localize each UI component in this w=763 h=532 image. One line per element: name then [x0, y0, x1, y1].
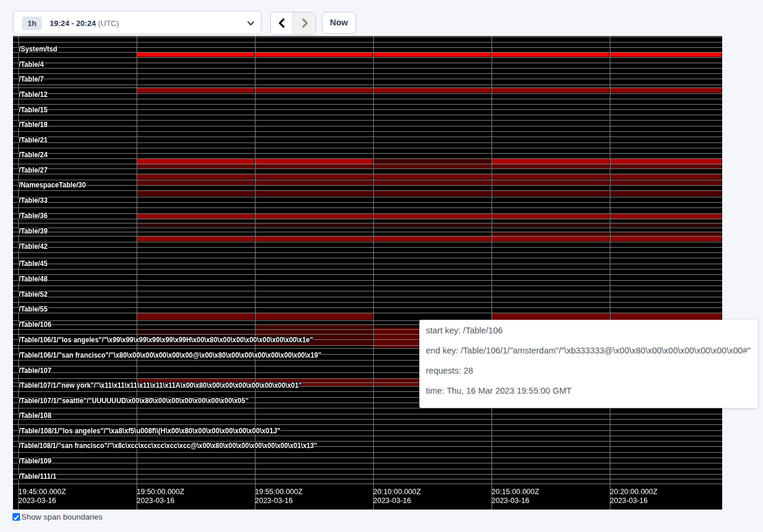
svg-text:/Table/107/1/"new york"/"\x11\: /Table/107/1/"new york"/"\x11\x11\x11\x1…: [19, 381, 302, 390]
svg-text:/Table/55: /Table/55: [19, 305, 48, 313]
svg-text:/Table/106/1/"san francisco"/": /Table/106/1/"san francisco"/"\x80\x00\x…: [19, 351, 322, 359]
svg-text:/System/tsd: /System/tsd: [19, 45, 57, 53]
svg-text:/NamespaceTable/30: /NamespaceTable/30: [19, 181, 86, 189]
svg-text:/Table/21: /Table/21: [19, 135, 48, 144]
svg-text:/Table/36: /Table/36: [19, 212, 48, 220]
svg-text:/Table/106: /Table/106: [19, 320, 52, 329]
svg-text:20:10:00.000Z: 20:10:00.000Z: [373, 488, 421, 496]
svg-text:2023-03-16: 2023-03-16: [373, 497, 411, 505]
svg-text:/Table/106/1/"los angeles"/"\x: /Table/106/1/"los angeles"/"\x99\x99\x99…: [19, 336, 313, 344]
svg-text:2023-03-16: 2023-03-16: [492, 497, 529, 505]
svg-text:/Table/45: /Table/45: [19, 259, 48, 268]
svg-text:/Table/111/1: /Table/111/1: [19, 472, 57, 480]
svg-text:/Table/108/1/"los angeles"/"\x: /Table/108/1/"los angeles"/"\xa8\xf5\u00…: [19, 427, 280, 435]
svg-text:/Table/52: /Table/52: [19, 290, 48, 298]
svg-text:/Table/24: /Table/24: [19, 151, 48, 159]
svg-text:2023-03-16: 2023-03-16: [610, 497, 648, 505]
svg-text:/Table/27: /Table/27: [19, 166, 48, 174]
svg-text:/Table/18: /Table/18: [19, 121, 48, 129]
svg-text:/Table/7: /Table/7: [19, 75, 44, 83]
svg-text:19:50:00.000Z: 19:50:00.000Z: [137, 488, 185, 496]
svg-text:/Table/107/1/"seattle"/"UUUUUU: /Table/107/1/"seattle"/"UUUUUUD\x00\x80\…: [19, 396, 248, 404]
svg-text:19:45:00.000Z: 19:45:00.000Z: [18, 488, 66, 496]
svg-text:2023-03-16: 2023-03-16: [18, 497, 56, 505]
svg-text:/Table/15: /Table/15: [19, 105, 48, 113]
svg-text:/Table/48: /Table/48: [19, 275, 48, 283]
svg-text:/Table/108/1/"san francisco"/": /Table/108/1/"san francisco"/"\x8c\xcc\x…: [19, 442, 318, 450]
svg-text:/Table/42: /Table/42: [19, 242, 48, 251]
svg-text:/Table/107: /Table/107: [19, 366, 52, 374]
svg-text:19:55:00.000Z: 19:55:00.000Z: [255, 488, 303, 496]
svg-text:/Table/39: /Table/39: [19, 227, 48, 235]
svg-text:20:20:00.000Z: 20:20:00.000Z: [610, 488, 658, 496]
svg-text:/Table/108: /Table/108: [19, 411, 52, 420]
svg-text:/Table/4: /Table/4: [19, 60, 44, 68]
svg-text:2023-03-16: 2023-03-16: [255, 497, 293, 505]
svg-text:/Table/33: /Table/33: [19, 196, 48, 205]
svg-text:/Table/109: /Table/109: [19, 457, 52, 465]
svg-text:20:15:00.000Z: 20:15:00.000Z: [492, 488, 539, 496]
svg-text:/Table/12: /Table/12: [19, 90, 48, 99]
svg-text:2023-03-16: 2023-03-16: [137, 497, 174, 505]
